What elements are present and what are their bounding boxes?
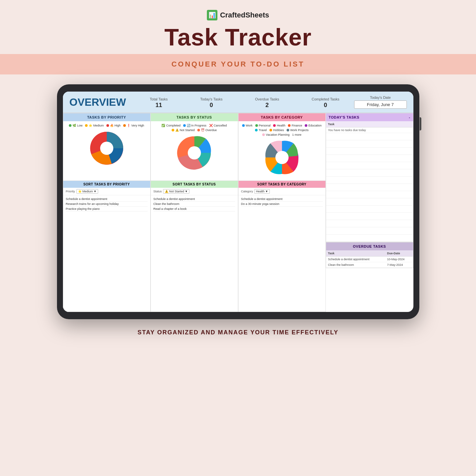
today-task-col-header: Task (326, 121, 413, 127)
subtitle-banner: CONQUER YOUR TO-DO LIST (0, 54, 476, 74)
sort-status-section: SORT TASKS BY STATUS Status ⚠️ Not Start… (151, 181, 238, 312)
stats-row: Total Tasks 11 Today's Tasks 0 Overdue T… (135, 96, 354, 109)
dropdown-arrow: ▼ (94, 190, 97, 193)
overdue-task-col: Task (326, 250, 385, 257)
stat-completed-tasks: Completed Tasks 0 (312, 96, 339, 109)
category-dropdown-arrow: ▼ (265, 190, 268, 193)
status-pie-chart (175, 133, 214, 173)
footer-text: STAY ORGANIZED AND MANAGE YOUR TIME EFFE… (137, 329, 338, 336)
legend-finance: Finance (288, 124, 302, 127)
legend-not-started: ⚠️ Not Started (172, 128, 195, 132)
status-header: TASKS BY STATUS (151, 113, 238, 121)
sort-priority-header: SORT TASKS BY PRIORITY (63, 181, 150, 188)
tablet-screen: OVERVIEW Total Tasks 11 Today's Tasks 0 … (63, 92, 413, 312)
status-task-2: Clean the bathroom (154, 202, 235, 207)
sort-priority-title: SORT TASKS BY PRIORITY (83, 182, 130, 186)
legend-very-high: ❗ Very High (123, 124, 144, 127)
today-header: TODAY'S TASKS - (326, 113, 413, 121)
sort-priority-controls: Priority ⭐ Medium ▼ (63, 188, 150, 195)
today-no-tasks-cell: You have no tasks due today (326, 127, 413, 133)
legend-high: 🔥 High (106, 124, 121, 127)
priority-empty-space (63, 213, 150, 312)
sort-status-header: SORT TASKS BY STATUS (151, 181, 238, 188)
todays-tasks-value: 0 (200, 102, 223, 109)
total-tasks-label: Total Tasks (150, 97, 168, 101)
sort-category-value: Health (256, 190, 265, 193)
page-title: Task Tracker (164, 24, 312, 51)
category-pie-chart (262, 138, 302, 177)
priority-task-2: Research trains for an upcoming holiday (66, 202, 148, 207)
sort-status-value: ⚠️ Not Started (165, 190, 184, 193)
status-empty-space (151, 213, 238, 312)
overdue-row-2: Clean the bathroom 7-May-2024 (326, 262, 413, 268)
legend-health: Health (273, 124, 285, 127)
priority-legend: 🌿 Low ⭐ Medium 🔥 High ❗ Very High (66, 124, 148, 127)
svg-point-3 (188, 146, 201, 159)
priority-header: TASKS BY PRIORITY (63, 113, 150, 121)
status-task-1: Schedule a dentist appointment (154, 197, 235, 202)
legend-low: 🌿 Low (69, 124, 82, 127)
brand-name: CraftedSheets (220, 11, 269, 19)
stat-todays-tasks: Today's Tasks 0 (200, 96, 223, 109)
legend-overdue: ⏰ Overdue (197, 128, 217, 132)
overdue-table: Task Due-Date Schedule a dentist appoint… (326, 250, 413, 268)
status-task-list: Schedule a dentist appointment Clean the… (151, 195, 238, 213)
today-task-table: Task You have no tasks due today (326, 121, 413, 242)
overdue-due-col: Due-Date (385, 250, 413, 257)
date-value: Friday, June 7 (354, 100, 407, 109)
priority-task-list: Schedule a dentist appointment Research … (63, 195, 150, 213)
category-task-1: Schedule a dentist appointment (241, 197, 323, 202)
overview-title: OVERVIEW (70, 96, 135, 108)
priority-task-3: Practice playing the piano (66, 207, 148, 211)
category-task-list: Schedule a dentist appointment Do a 30-m… (238, 195, 325, 208)
category-chart-area: Work Personal Health Finance Education (238, 121, 325, 181)
legend-in-progress: 🔄 In Progress (183, 124, 207, 127)
status-chart-area: ✅Completed 🔄 In Progress ❌Cancelled ⚠️ N… (151, 121, 238, 181)
legend-cancelled: ❌Cancelled (209, 124, 227, 127)
legend-vacation: Vacation Planning (262, 133, 290, 136)
sort-priority-value: ⭐ Medium (78, 190, 93, 193)
today-no-tasks-row: You have no tasks due today (326, 127, 413, 133)
priority-task-1: Schedule a dentist appointment (66, 197, 148, 202)
sort-category-title: SORT TASKS BY CATEGORY (257, 182, 307, 186)
total-tasks-value: 11 (150, 102, 168, 109)
sort-priority-section: SORT TASKS BY PRIORITY Priority ⭐ Medium… (63, 181, 150, 312)
legend-high-label: 🔥 High (110, 124, 121, 127)
completed-tasks-value: 0 (312, 102, 339, 109)
category-task-2: Do a 30-minute yoga session (241, 202, 323, 207)
panel-today: TODAY'S TASKS - Task (326, 113, 413, 242)
sort-priority-dropdown[interactable]: ⭐ Medium ▼ (76, 189, 98, 194)
sort-priority-label: Priority (66, 190, 75, 193)
right-panels: TODAY'S TASKS - Task (326, 113, 413, 312)
today-header-text: TODAY'S TASKS (329, 115, 359, 119)
brand-icon: 📊 (207, 10, 217, 20)
overdue-task-1: Schedule a dentist appointment (326, 257, 385, 262)
overdue-tasks-label: Overdue Tasks (255, 97, 279, 101)
sort-category-header: SORT TASKS BY CATEGORY (238, 181, 325, 188)
completed-tasks-label: Completed Tasks (312, 97, 339, 101)
stat-total-tasks: Total Tasks 11 (150, 96, 168, 109)
legend-work: Work (242, 124, 253, 127)
today-task-area: Task You have no tasks due today (326, 121, 413, 242)
overdue-task-2: Clean the bathroom (326, 262, 385, 268)
brand-header: 📊 CraftedSheets (207, 10, 269, 20)
legend-medium: ⭐ Medium (85, 124, 104, 127)
sort-status-label: Status (154, 190, 162, 193)
date-box: Today's Date Friday, June 7 (354, 96, 407, 109)
legend-work-projects: Work Projects (287, 128, 309, 132)
legend-completed: ✅Completed (161, 124, 181, 127)
status-dropdown-arrow: ▼ (185, 190, 188, 193)
sort-category-dropdown[interactable]: Health ▼ (254, 189, 270, 194)
sort-status-dropdown[interactable]: ⚠️ Not Started ▼ (163, 189, 189, 194)
legend-personal: Personal (255, 124, 271, 127)
overdue-due-2: 7-May-2024 (385, 262, 413, 268)
legend-more: 1 more (292, 133, 301, 136)
legend-low-label: 🌿 Low (72, 124, 82, 127)
overdue-due-1: 10-May-2024 (385, 257, 413, 262)
legend-education: Education (305, 124, 322, 127)
panel-priority: TASKS BY PRIORITY 🌿 Low ⭐ Medium (63, 113, 151, 312)
status-task-3: Read a chapter of a book (154, 207, 235, 211)
sort-category-controls: Category Health ▼ (238, 188, 325, 195)
svg-point-1 (100, 142, 113, 155)
category-header: TASKS BY CATEGORY (238, 113, 325, 121)
